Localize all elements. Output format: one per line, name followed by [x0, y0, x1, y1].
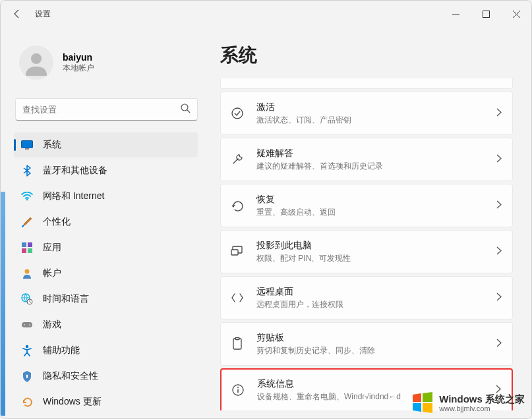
card-project[interactable]: 投影到此电脑 权限、配对 PIN、可发现性	[220, 230, 513, 273]
card-activation[interactable]: 激活 激活状态、订阅、产品密钥	[220, 92, 513, 135]
minimize-icon	[452, 11, 459, 18]
svg-rect-5	[22, 141, 33, 148]
card-clipboard[interactable]: 剪贴板 剪切和复制历史记录、同步、清除	[220, 322, 513, 366]
card-remote-desktop[interactable]: 远程桌面 远程桌面用户，连接权限	[220, 276, 513, 320]
apps-icon	[20, 241, 34, 254]
chevron-right-icon	[496, 154, 502, 165]
card-title: 剪贴板	[256, 332, 496, 344]
page-title: 系统	[220, 43, 513, 68]
svg-point-17	[29, 324, 30, 325]
card-title: 系统信息	[257, 378, 496, 390]
user-name: baiyun	[63, 52, 94, 63]
nav-label: 辅助功能	[43, 345, 80, 356]
nav-label: 应用	[43, 242, 61, 254]
chevron-right-icon	[496, 107, 502, 119]
card-subtitle: 重置、高级启动、返回	[256, 207, 496, 218]
card-subtitle: 远程桌面用户，连接权限	[256, 299, 496, 310]
card-title: 激活	[256, 101, 496, 113]
close-button[interactable]	[501, 4, 531, 24]
svg-marker-32	[423, 403, 432, 413]
recovery-icon	[230, 198, 245, 213]
svg-point-2	[31, 53, 42, 64]
nav-item-time-language[interactable]: 时间和语言	[14, 287, 198, 312]
card-subtitle: 激活状态、订阅、产品密钥	[256, 115, 496, 126]
nav-item-gaming[interactable]: 游戏	[14, 312, 198, 337]
svg-rect-6	[25, 148, 29, 150]
avatar	[19, 45, 53, 80]
svg-rect-23	[231, 250, 238, 255]
nav-list: 系统 蓝牙和其他设备 网络和 Internet 个性化 应用	[14, 132, 202, 414]
back-button[interactable]	[7, 4, 27, 24]
nav-item-windows-update[interactable]: Windows 更新	[14, 389, 198, 414]
svg-rect-8	[22, 242, 26, 247]
wrench-icon	[230, 152, 245, 167]
nav-label: 隐私和安全性	[43, 370, 98, 382]
card-recovery[interactable]: 恢复 重置、高级启动、返回	[220, 184, 513, 227]
search-box[interactable]	[15, 98, 198, 121]
nav-item-system[interactable]: 系统	[14, 132, 198, 157]
svg-rect-11	[28, 248, 32, 253]
wifi-icon	[20, 190, 34, 203]
card-subtitle: 权限、配对 PIN、可发现性	[256, 253, 496, 264]
card-troubleshoot[interactable]: 疑难解答 建议的疑难解答、首选项和历史记录	[220, 138, 513, 181]
card-title: 投影到此电脑	[256, 240, 496, 252]
display-icon	[20, 138, 34, 152]
maximize-icon	[483, 11, 490, 18]
svg-rect-25	[235, 338, 239, 340]
nav-item-privacy[interactable]: 隐私和安全性	[14, 364, 198, 389]
svg-point-27	[237, 387, 239, 388]
maximize-button[interactable]	[471, 4, 501, 24]
card-title: 远程桌面	[256, 286, 496, 298]
card-subtitle: 建议的疑难解答、首选项和历史记录	[256, 161, 496, 172]
svg-point-16	[24, 324, 25, 325]
nav-label: 网络和 Internet	[43, 190, 104, 202]
desktop-edge-strip	[1, 192, 5, 416]
watermark-brand: Windows 系统之家	[439, 394, 525, 405]
user-profile[interactable]: baiyun 本地帐户	[14, 34, 202, 92]
sidebar: baiyun 本地帐户 系统 蓝牙和其他设备	[1, 27, 202, 418]
nav-item-apps[interactable]: 应用	[14, 235, 198, 260]
svg-marker-31	[413, 403, 421, 412]
nav-item-accounts[interactable]: 帐户	[14, 261, 198, 286]
clipboard-icon	[230, 337, 245, 351]
svg-point-21	[232, 108, 243, 119]
card-subtitle: 剪切和复制历史记录、同步、清除	[256, 345, 496, 356]
main-pane: 系统 激活 激活状态、订阅、产品密钥 疑难解答 建议的疑难解答、首选项和历史记录	[202, 27, 531, 418]
svg-point-7	[26, 199, 28, 201]
paintbrush-icon	[20, 215, 34, 229]
minimize-button[interactable]	[440, 4, 471, 24]
card-partial-top[interactable]	[220, 78, 513, 89]
nav-item-personalization[interactable]: 个性化	[14, 210, 198, 235]
svg-rect-20	[26, 376, 28, 378]
gamepad-icon	[20, 318, 34, 331]
card-title: 疑难解答	[256, 148, 496, 159]
bluetooth-icon	[20, 164, 34, 177]
search-input[interactable]	[22, 105, 181, 115]
nav-item-bluetooth[interactable]: 蓝牙和其他设备	[14, 158, 198, 183]
nav-item-accessibility[interactable]: 辅助功能	[14, 338, 198, 363]
chevron-right-icon	[496, 338, 502, 350]
watermark: Windows 系统之家 www.bjjmlv.com	[410, 391, 525, 416]
nav-item-network[interactable]: 网络和 Internet	[14, 184, 198, 209]
user-subtitle: 本地帐户	[63, 63, 94, 74]
svg-point-12	[25, 269, 30, 274]
nav-label: 个性化	[43, 216, 71, 228]
card-title: 恢复	[256, 194, 496, 206]
nav-label: Windows 更新	[43, 396, 102, 408]
watermark-url: www.bjjmlv.com	[439, 405, 525, 412]
close-icon	[513, 11, 520, 18]
svg-rect-1	[483, 11, 489, 17]
account-icon	[20, 267, 34, 280]
chevron-right-icon	[496, 246, 502, 258]
window-title: 设置	[35, 9, 51, 20]
svg-line-4	[187, 110, 190, 113]
accessibility-icon	[20, 344, 34, 357]
shield-icon	[20, 370, 34, 383]
svg-marker-30	[423, 392, 432, 402]
nav-label: 系统	[43, 139, 61, 151]
svg-rect-15	[22, 322, 32, 327]
chevron-right-icon	[496, 200, 502, 211]
project-icon	[230, 244, 245, 259]
windows-logo-icon	[410, 391, 435, 416]
globe-clock-icon	[20, 293, 34, 306]
